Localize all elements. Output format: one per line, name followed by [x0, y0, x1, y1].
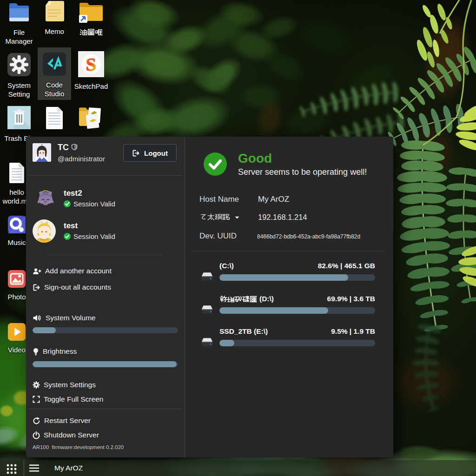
svg-text:S: S — [86, 53, 97, 75]
